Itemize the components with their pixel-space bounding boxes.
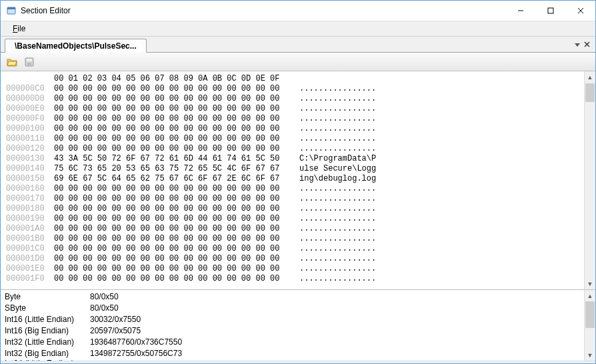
inspector-label: Byte <box>1 292 87 301</box>
scroll-down-icon[interactable]: ▼ <box>585 349 595 361</box>
hex-row[interactable]: 0000011000 00 00 00 00 00 00 00 00 00 00… <box>6 134 584 144</box>
inspector-row: Int32 (Little Endian)1936487760/0x736C75… <box>1 336 584 347</box>
hex-row[interactable]: 000001A000 00 00 00 00 00 00 00 00 00 00… <box>6 224 584 234</box>
hex-row[interactable]: 000000D000 00 00 00 00 00 00 00 00 00 00… <box>6 94 584 104</box>
inspector-row: Int32 (Big Endian)1349872755/0x50756C73 <box>1 347 584 359</box>
menu-file-rest: ile <box>17 24 25 33</box>
window-title: Section Editor <box>21 6 505 15</box>
inspector-label: Int32 (Little Endian) <box>1 337 87 347</box>
app-icon <box>6 5 17 16</box>
minimize-button[interactable] <box>505 1 535 21</box>
hex-row[interactable]: 0000012000 00 00 00 00 00 00 00 00 00 00… <box>6 144 584 154</box>
scroll-thumb[interactable] <box>585 83 595 102</box>
hex-row[interactable]: 000001B000 00 00 00 00 00 00 00 00 00 00… <box>6 234 584 244</box>
inspector-value: 1349872755/0x50756C73 <box>87 349 182 358</box>
tab-close-icon[interactable] <box>584 40 590 49</box>
hex-row[interactable]: 000000F000 00 00 00 00 00 00 00 00 00 00… <box>6 114 584 124</box>
maximize-button[interactable] <box>535 1 565 21</box>
inspector-label: Int16 (Big Endian) <box>1 326 87 335</box>
scroll-thumb[interactable] <box>585 301 595 328</box>
inspector-row: Int16 (Little Endian)30032/0x7550 <box>1 313 584 325</box>
vertical-scrollbar[interactable]: ▲ ▼ <box>584 71 595 289</box>
inspector-value: 1936487760/0x736C7550 <box>87 337 182 347</box>
hex-row[interactable]: 0000014075 6C 73 65 20 53 65 63 75 72 65… <box>6 164 584 174</box>
save-button[interactable] <box>22 55 37 69</box>
tab-dropdown-icon[interactable] <box>575 40 580 49</box>
inspector-value: 20597/0x5075 <box>87 326 141 335</box>
inspector-label: Int32 (Big Endian) <box>1 349 87 358</box>
hex-row[interactable]: 000001F000 00 00 00 00 00 00 00 00 00 00… <box>6 274 584 284</box>
status-bar <box>1 361 595 363</box>
inspector-value: 80/0x50 <box>87 303 119 313</box>
svg-rect-10 <box>27 63 31 65</box>
inspector-row: Int16 (Big Endian)20597/0x5075 <box>1 325 584 336</box>
hex-row[interactable]: 000000E000 00 00 00 00 00 00 00 00 00 00… <box>6 104 584 114</box>
tab-label: \BaseNamedObjects\PulseSec... <box>15 41 137 51</box>
toolbar <box>1 53 595 71</box>
titlebar: Section Editor <box>1 1 595 21</box>
hex-row[interactable]: 000001E000 00 00 00 00 00 00 00 00 00 00… <box>6 264 584 274</box>
scroll-up-icon[interactable]: ▲ <box>585 290 595 301</box>
close-button[interactable] <box>565 1 595 21</box>
svg-rect-3 <box>548 8 553 13</box>
hex-row[interactable]: 0000017000 00 00 00 00 00 00 00 00 00 00… <box>6 194 584 204</box>
hex-row[interactable]: 0000019000 00 00 00 00 00 00 00 00 00 00… <box>6 214 584 224</box>
tab-section[interactable]: \BaseNamedObjects\PulseSec... <box>5 39 147 53</box>
tabbar: \BaseNamedObjects\PulseSec... <box>1 37 595 53</box>
scroll-down-icon[interactable]: ▼ <box>585 278 595 289</box>
hex-row[interactable]: 0000013043 3A 5C 50 72 6F 67 72 61 6D 44… <box>6 154 584 164</box>
inspector-row: SByte80/0x50 <box>1 302 584 313</box>
hex-row[interactable]: 000000C000 00 00 00 00 00 00 00 00 00 00… <box>6 84 584 94</box>
hex-row[interactable]: 000001D000 00 00 00 00 00 00 00 00 00 00… <box>6 254 584 264</box>
svg-rect-1 <box>7 7 15 9</box>
hex-row[interactable]: 0000016000 00 00 00 00 00 00 00 00 00 00… <box>6 184 584 194</box>
hex-row[interactable]: 0000010000 00 00 00 00 00 00 00 00 00 00… <box>6 124 584 134</box>
hex-row[interactable]: 0000015069 6E 67 5C 64 65 62 75 67 6C 6F… <box>6 174 584 184</box>
hex-viewer: 0000000000 01 02 03 04 05 06 07 08 09 0A… <box>1 71 595 290</box>
scroll-up-icon[interactable]: ▲ <box>585 71 595 83</box>
inspector-label: Int16 (Little Endian) <box>1 315 87 324</box>
inspector-label: SByte <box>1 303 87 313</box>
inspector-value: 30032/0x7550 <box>87 315 141 324</box>
inspector-row: Byte80/0x50 <box>1 291 584 302</box>
inspector-scrollbar[interactable]: ▲ ▼ <box>584 290 595 361</box>
inspector-panel: Byte80/0x50SByte80/0x50Int16 (Little End… <box>1 290 595 361</box>
open-button[interactable] <box>5 55 19 69</box>
inspector-value: 80/0x50 <box>87 292 119 301</box>
menubar: File <box>1 21 595 37</box>
menu-file[interactable]: File <box>7 22 31 35</box>
hex-row[interactable]: 0000018000 00 00 00 00 00 00 00 00 00 00… <box>6 204 584 214</box>
svg-rect-9 <box>27 59 32 61</box>
hex-row[interactable]: 000001C000 00 00 00 00 00 00 00 00 00 00… <box>6 244 584 254</box>
hex-body[interactable]: 0000000000 01 02 03 04 05 06 07 08 09 0A… <box>1 71 584 289</box>
